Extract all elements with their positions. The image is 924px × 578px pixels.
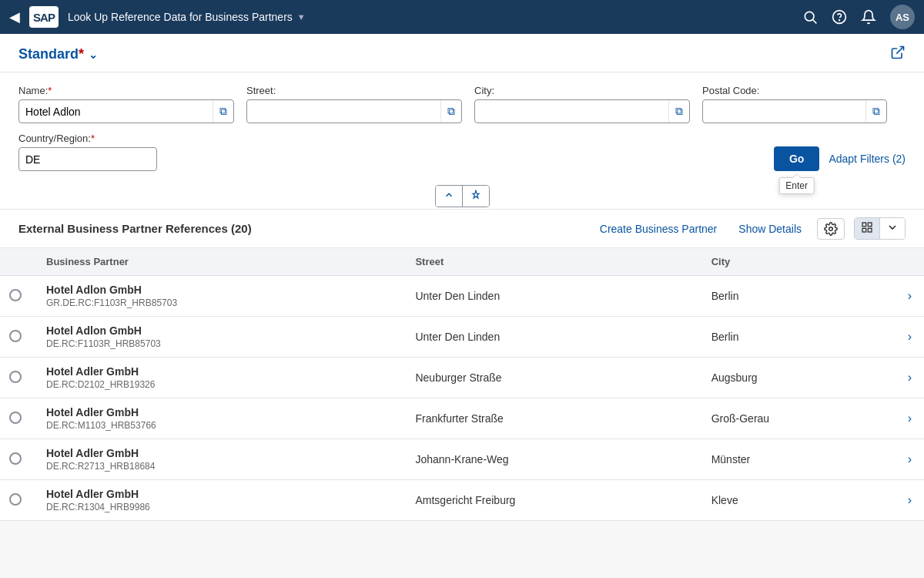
radio-cell[interactable] [0, 317, 34, 358]
table-header-bar: External Business Partner References (20… [0, 210, 924, 248]
user-avatar[interactable]: AS [890, 5, 915, 29]
city-copy-button[interactable]: ⧉ [668, 100, 689, 123]
partner-cell: Hotel Adler GmbH DE.RC:D2102_HRB19326 [34, 358, 403, 398]
radio-button[interactable] [9, 330, 22, 342]
postal-input-wrap: ⧉ [702, 99, 887, 123]
chevron-right-icon: › [908, 452, 912, 465]
postal-field: Postal Code: ⧉ [702, 85, 887, 123]
partner-ref: DE.RC:R1304_HRB9986 [46, 502, 150, 512]
standard-chevron-icon[interactable]: ⌄ [89, 49, 98, 61]
radio-cell[interactable] [0, 276, 34, 317]
chevron-right-icon: › [908, 412, 912, 425]
partner-cell: Hotel Adler GmbH DE.RC:R1304_HRB9986 [34, 480, 403, 521]
radio-cell[interactable] [0, 358, 34, 398]
table-row[interactable]: Hotel Adler GmbH DE.RC:R1304_HRB9986 Amt… [0, 480, 924, 521]
partner-cell: Hotel Adler GmbH DE.RC:R2713_HRB18684 [34, 439, 403, 480]
grid-view-button[interactable] [855, 218, 880, 239]
city-cell: Münster [699, 439, 896, 480]
table-row[interactable]: Hotel Adlon GmbH DE.RC:F1103R_HRB85703 U… [0, 317, 924, 358]
partner-ref: DE.RC:D2102_HRB19326 [46, 379, 155, 390]
table-settings-button[interactable] [817, 218, 845, 240]
help-button[interactable] [832, 9, 847, 25]
partner-ref: GR.DE.RC:F1103R_HRB85703 [46, 297, 177, 308]
app-title: Look Up Reference Data for Business Part… [68, 11, 793, 23]
svg-point-3 [839, 20, 840, 21]
app-title-chevron-icon[interactable]: ▼ [297, 12, 306, 22]
create-business-partner-button[interactable]: Create Business Partner [594, 220, 724, 238]
partner-name: Hotel Adler GmbH [46, 488, 390, 500]
radio-cell[interactable] [0, 480, 34, 521]
street-copy-button[interactable]: ⧉ [440, 100, 461, 123]
go-button[interactable]: Go [774, 146, 819, 171]
back-icon: ◀ [9, 8, 20, 25]
radio-button[interactable] [9, 371, 22, 383]
export-button[interactable] [890, 45, 906, 64]
city-label: City: [474, 85, 690, 96]
notification-button[interactable] [861, 9, 876, 25]
partner-cell: Hotel Adler GmbH DE.RC:M1103_HRB53766 [34, 398, 403, 439]
row-expand-cell[interactable]: › [896, 317, 924, 358]
table-view-buttons [854, 217, 906, 240]
table-row[interactable]: Hotel Adler GmbH DE.RC:R2713_HRB18684 Jo… [0, 439, 924, 480]
radio-button[interactable] [9, 412, 22, 424]
chevron-right-icon: › [908, 371, 912, 384]
table-row[interactable]: Hotel Adlon GmbH GR.DE.RC:F1103R_HRB8570… [0, 276, 924, 317]
row-expand-cell[interactable]: › [896, 480, 924, 521]
filter-section: Name:* ⧉ Street: ⧉ City: [0, 72, 924, 180]
street-cell: Unter Den Linden [403, 317, 698, 358]
chevron-right-icon: › [908, 330, 912, 343]
chevron-right-icon: › [908, 289, 912, 302]
back-button[interactable]: ◀ [9, 8, 20, 25]
radio-cell[interactable] [0, 439, 34, 480]
radio-button[interactable] [9, 289, 22, 301]
street-col-header: Street [403, 248, 698, 276]
street-cell: Neuburger Straße [403, 358, 698, 398]
name-input-wrap: ⧉ [18, 99, 234, 123]
postal-copy-button[interactable]: ⧉ [865, 100, 886, 123]
name-field: Name:* ⧉ [18, 85, 234, 123]
standard-title-text: Standard* [18, 46, 84, 62]
city-col-header: City [699, 248, 896, 276]
city-input[interactable] [475, 101, 668, 123]
show-details-button[interactable]: Show Details [732, 220, 808, 238]
row-expand-cell[interactable]: › [896, 439, 924, 480]
table-row[interactable]: Hotel Adler GmbH DE.RC:M1103_HRB53766 Fr… [0, 398, 924, 439]
city-cell: Berlin [699, 276, 896, 317]
pin-button[interactable] [463, 186, 489, 207]
results-table: Business Partner Street City Hotel Adlon… [0, 248, 924, 521]
country-label: Country/Region:* [18, 133, 157, 144]
name-label: Name:* [18, 85, 234, 96]
street-cell: Frankfurter Straße [403, 398, 698, 439]
row-expand-cell[interactable]: › [896, 358, 924, 398]
row-expand-cell[interactable]: › [896, 276, 924, 317]
row-expand-cell[interactable]: › [896, 398, 924, 439]
svg-rect-9 [868, 228, 872, 232]
radio-button[interactable] [9, 452, 22, 465]
table-row[interactable]: Hotel Adler GmbH DE.RC:D2102_HRB19326 Ne… [0, 358, 924, 398]
radio-cell[interactable] [0, 398, 34, 439]
table-title: External Business Partner References (20… [18, 222, 584, 235]
postal-input[interactable] [703, 101, 865, 123]
svg-line-4 [896, 47, 903, 54]
collapse-up-button[interactable] [436, 186, 463, 207]
dropdown-view-button[interactable] [880, 218, 905, 239]
city-field: City: ⧉ [474, 85, 690, 123]
svg-line-1 [813, 20, 817, 24]
adapt-filters-link[interactable]: Adapt Filters (2) [829, 153, 906, 165]
city-cell: Groß-Gerau [699, 398, 896, 439]
radio-button[interactable] [9, 493, 22, 506]
name-input[interactable] [19, 101, 213, 123]
partner-name: Hotel Adlon GmbH [46, 324, 390, 337]
street-input[interactable] [247, 101, 440, 123]
svg-point-5 [829, 227, 833, 230]
collapse-btn-group [435, 185, 490, 207]
street-cell: Johann-Krane-Weg [403, 439, 698, 480]
name-copy-button[interactable]: ⧉ [213, 100, 233, 123]
nav-icons: AS [802, 5, 915, 29]
chevron-right-icon: › [908, 493, 912, 506]
country-input[interactable] [19, 149, 157, 170]
search-nav-button[interactable] [802, 9, 818, 25]
svg-rect-6 [862, 223, 866, 227]
postal-label: Postal Code: [702, 85, 887, 96]
partner-name: Hotel Adler GmbH [46, 447, 390, 459]
